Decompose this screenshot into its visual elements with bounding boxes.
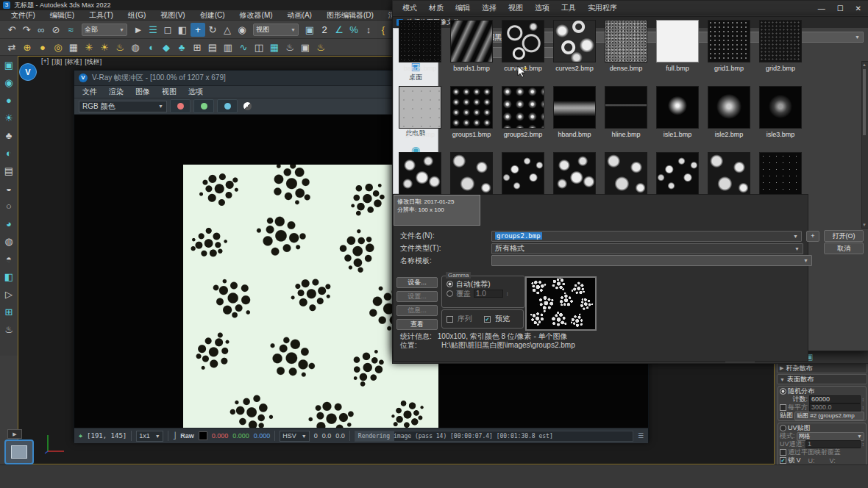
minimize-button[interactable]: — [818, 4, 825, 12]
dialog-side-button[interactable]: 设置... [396, 291, 438, 302]
close-button[interactable]: ✕ [855, 4, 861, 12]
schematic-view-icon[interactable]: ◫ [252, 40, 266, 54]
file-item[interactable] [497, 194, 549, 218]
material-editor-icon[interactable]: ▦ [267, 40, 282, 54]
pivot-point-icon[interactable]: ▣ [302, 23, 317, 37]
gamma-override-field[interactable]: 1.0 [474, 290, 503, 298]
filename-combo[interactable]: groups2.bmp▼ [491, 231, 802, 242]
spinner-icon[interactable]: ↕ [862, 397, 865, 402]
vray-logo-button[interactable]: V [19, 63, 37, 81]
sme-menu-item[interactable]: 选项 [530, 3, 555, 13]
filetype-dropdown[interactable]: 所有格式▼ [491, 243, 803, 254]
gamma-override-radio[interactable] [447, 290, 453, 297]
droplet-icon[interactable]: ◆ [159, 40, 174, 54]
star-tool-icon[interactable]: ✳ [82, 40, 96, 54]
open-button[interactable]: 打开(O) [824, 230, 864, 242]
vfb-green-channel-button[interactable] [193, 99, 214, 113]
file-item[interactable] [600, 194, 652, 218]
vfb-menu-item[interactable]: 文件 [77, 87, 102, 97]
reference-coordinate-dropdown[interactable]: 视图▼ [253, 24, 299, 36]
dialog-side-button[interactable]: 设备... [396, 277, 438, 288]
angle-snap-icon[interactable]: ∠ [332, 23, 346, 37]
vray-teapot-icon[interactable]: ♨ [1, 320, 17, 338]
menu-item[interactable]: 动画(A) [281, 10, 319, 21]
align-icon[interactable]: ⊕ [20, 40, 35, 54]
grid-helper-icon[interactable]: ⊞ [190, 40, 204, 54]
bind-to-space-warp-icon[interactable]: ≈ [63, 23, 78, 37]
toggle-ribbon-icon[interactable]: ▥ [221, 40, 235, 54]
preview-checkbox[interactable]: ✔ [484, 316, 491, 323]
lock-v-checkbox[interactable]: ✔ [780, 457, 786, 464]
vfb-alpha-channel-button[interactable] [243, 102, 252, 110]
mode-dropdown[interactable]: 网格▼ [797, 432, 864, 441]
menu-item[interactable]: 组(G) [121, 10, 152, 21]
scrollbar-thumb[interactable] [863, 69, 866, 135]
unlink-selection-icon[interactable]: ⊘ [49, 23, 63, 37]
rendered-frame-window-icon[interactable]: ▣ [298, 40, 313, 54]
vray-tree-proxy-icon[interactable]: ♣ [1, 126, 17, 144]
select-and-rotate-icon[interactable]: ↻ [205, 23, 220, 37]
snaps-toggle-icon[interactable]: 2 [317, 23, 332, 37]
sphere-tool-icon[interactable]: ● [35, 40, 50, 54]
vfb-channel-dropdown[interactable]: RGB 颜色▼ [79, 101, 167, 112]
named-selection-sets-icon[interactable]: { [376, 23, 391, 37]
select-and-move-icon[interactable]: + [191, 23, 205, 37]
sme-menu-item[interactable]: 模式 [397, 3, 422, 13]
array-icon[interactable]: ▦ [66, 40, 81, 54]
vfb-menu-item[interactable]: 图像 [130, 87, 155, 97]
menu-item[interactable]: 修改器(M) [233, 10, 280, 21]
selection-filter-dropdown[interactable]: 全部▼ [82, 24, 127, 36]
file-item[interactable] [703, 194, 755, 218]
vray-material-book-icon[interactable]: ▤ [1, 162, 17, 179]
rollout-scatter-header[interactable]: ▶秆杂散布 [777, 363, 867, 373]
file-list-scrollbar[interactable]: ▲ ▼ [861, 61, 868, 229]
spinner-icon[interactable]: ↕ [862, 405, 865, 410]
map-button[interactable]: 贴图 #2 (groups2.bmp [794, 412, 864, 420]
cancel-button[interactable]: 取消 [824, 243, 864, 254]
maximize-button[interactable]: ☐ [837, 4, 844, 12]
percent-snap-icon[interactable]: % [346, 23, 361, 37]
vray-shaded-sphere-icon[interactable]: ◕ [1, 215, 17, 232]
menu-item[interactable]: 创建(C) [193, 10, 232, 21]
name-template-dropdown[interactable]: ▼ [491, 255, 812, 266]
rollout-surface-scatter-header[interactable]: ▼表面散布 [777, 374, 867, 384]
sme-menu-item[interactable]: 实用程序 [583, 3, 622, 13]
layer-manager-icon[interactable]: ▤ [205, 40, 220, 54]
add-button[interactable]: + [806, 231, 819, 242]
menu-item[interactable]: 文件(F) [4, 10, 42, 21]
viewport-shading-label[interactable]: [线框] [85, 57, 102, 67]
sme-menu-item[interactable]: 工具 [556, 3, 581, 13]
render-production-icon[interactable]: ♨ [313, 40, 328, 54]
curve-editor-icon[interactable]: ∿ [236, 40, 251, 54]
vray-bulb-icon[interactable]: ◓ [1, 250, 17, 268]
vfb-menu-item[interactable]: 渲染 [104, 87, 129, 97]
menu-item[interactable]: 编辑(E) [43, 10, 81, 21]
menu-item[interactable]: 图形编辑器(D) [320, 10, 380, 21]
file-item[interactable] [549, 194, 600, 218]
vray-plane-icon[interactable]: ◧ [1, 268, 17, 285]
dialog-side-button[interactable]: 查看 [396, 319, 438, 330]
viewport-style-label[interactable]: [标准] [65, 57, 82, 67]
file-item[interactable] [446, 194, 497, 218]
spinner-snap-icon[interactable]: ↕ [361, 23, 376, 37]
file-item[interactable] [394, 194, 446, 218]
viewport-layout-tab-button[interactable] [4, 439, 34, 464]
viewport-menu-plus[interactable]: [+] [41, 57, 49, 67]
sme-menu-item[interactable]: 选择 [477, 3, 502, 13]
mirror-icon[interactable]: ⇄ [4, 40, 19, 54]
vfb-blue-channel-button[interactable] [217, 99, 238, 113]
select-and-place-icon[interactable]: ◉ [235, 23, 249, 37]
vray-bell-icon[interactable]: ◒ [1, 179, 17, 197]
sun-light-icon[interactable]: ☀ [97, 40, 112, 54]
dialog-side-button[interactable]: 信息... [396, 305, 438, 316]
teapot-tool-icon[interactable]: ♨ [113, 40, 127, 54]
window-crossing-icon[interactable]: ◧ [175, 23, 190, 37]
render-setup-icon[interactable]: ♨ [282, 40, 297, 54]
per-square-field[interactable]: 3000.0 [809, 403, 861, 412]
redo-icon[interactable]: ↷ [19, 23, 34, 37]
sme-menu-item[interactable]: 视图 [503, 3, 528, 13]
viewport-view-label[interactable]: [顶] [51, 57, 62, 67]
vray-clip-icon[interactable]: ▷ [1, 285, 17, 303]
menu-item[interactable]: 工具(T) [82, 10, 120, 21]
vray-camera-icon[interactable]: ▣ [1, 56, 17, 73]
